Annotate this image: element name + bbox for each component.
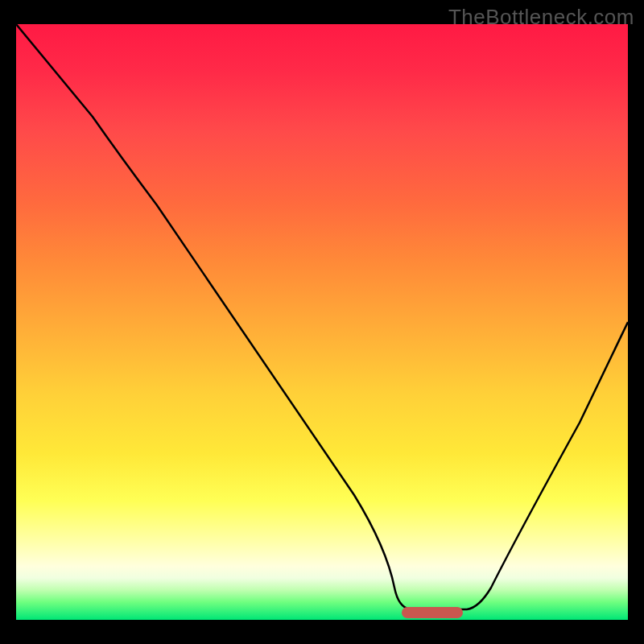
watermark-text: TheBottleneck.com — [448, 5, 634, 30]
optimal-range-marker — [402, 607, 463, 618]
bottleneck-curve — [16, 24, 628, 620]
chart-plot-area — [16, 24, 628, 620]
